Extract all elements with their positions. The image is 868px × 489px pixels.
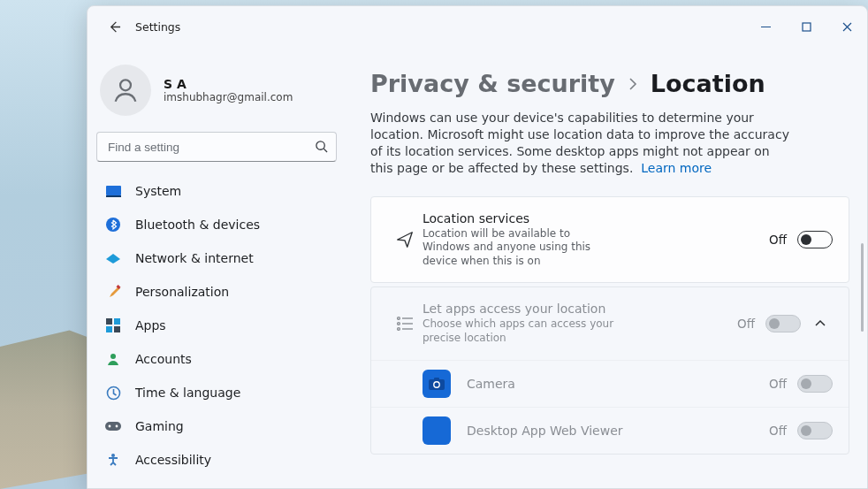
apps-access-sub: Choose which apps can access your precis… [423, 317, 617, 345]
sidebar-item-label: Bluetooth & devices [135, 218, 260, 232]
apps-access-card: Let apps access your location Choose whi… [370, 287, 849, 454]
search-icon [315, 140, 328, 153]
svg-rect-10 [114, 326, 120, 332]
paintbrush-icon [105, 284, 121, 300]
sidebar-item-network[interactable]: Network & internet [95, 241, 339, 275]
sidebar-item-label: Time & language [135, 386, 240, 400]
sidebar-item-label: Apps [135, 318, 166, 332]
apps-icon [105, 317, 121, 333]
breadcrumb: Privacy & security Location [370, 70, 849, 97]
sidebar-item-label: Accessibility [135, 453, 211, 467]
generic-app-icon [423, 416, 451, 445]
camera-app-icon [423, 370, 451, 398]
titlebar: Settings [88, 6, 867, 47]
account-icon [105, 351, 121, 367]
sidebar-item-label: Gaming [135, 419, 184, 433]
main-content: Privacy & security Location Windows can … [346, 47, 867, 488]
desktop-web-viewer-location-toggle [797, 422, 833, 439]
sidebar-item-time-language[interactable]: Time & language [95, 376, 339, 409]
svg-rect-22 [434, 378, 439, 380]
sidebar-item-label: Accounts [135, 352, 192, 366]
window-controls [745, 12, 867, 41]
apps-access-toggle [765, 315, 801, 332]
learn-more-link[interactable]: Learn more [641, 161, 712, 175]
sidebar-item-accounts[interactable]: Accounts [95, 342, 339, 376]
sidebar-item-label: Personalization [135, 285, 229, 299]
app-row-desktop-web-viewer: Desktop App Web Viewer Off [371, 407, 849, 454]
monitor-icon [105, 183, 121, 199]
settings-window: Settings S A imshubhagr@gmail.com [87, 5, 868, 489]
main-scrollbar[interactable] [861, 243, 864, 332]
svg-rect-8 [114, 318, 120, 325]
svg-rect-9 [106, 326, 112, 332]
sidebar-item-apps[interactable]: Apps [95, 309, 339, 342]
sidebar-item-label: System [135, 184, 181, 198]
app-title: Settings [135, 20, 180, 34]
collapse-button[interactable] [808, 319, 833, 328]
search-wrap [96, 132, 337, 162]
svg-point-19 [398, 328, 400, 331]
profile-block[interactable]: S A imshubhagr@gmail.com [95, 47, 339, 132]
sidebar-item-personalization[interactable]: Personalization [95, 275, 339, 309]
apps-access-title: Let apps access your location [423, 302, 727, 316]
close-button[interactable] [826, 12, 867, 41]
profile-name: S A [164, 77, 293, 91]
sidebar-item-accessibility[interactable]: Accessibility [95, 443, 339, 477]
avatar [100, 65, 151, 116]
svg-point-14 [109, 425, 111, 428]
profile-email: imshubhagr@gmail.com [164, 91, 293, 103]
minimize-icon [761, 22, 771, 32]
svg-rect-3 [106, 186, 121, 195]
svg-point-17 [398, 317, 400, 320]
svg-rect-0 [803, 23, 811, 31]
svg-point-1 [120, 80, 131, 90]
page-description: Windows can use your device's capabiliti… [370, 110, 795, 177]
svg-point-2 [316, 141, 324, 149]
sidebar: S A imshubhagr@gmail.com System Bluetoot… [88, 47, 346, 488]
gamepad-icon [105, 418, 121, 434]
wifi-icon [105, 250, 121, 266]
toggle-state-label: Off [769, 233, 787, 247]
sidebar-item-gaming[interactable]: Gaming [95, 409, 339, 443]
nav-list: System Bluetooth & devices Network & int… [95, 174, 339, 481]
close-icon [842, 22, 852, 32]
sidebar-item-system[interactable]: System [95, 174, 339, 208]
clock-globe-icon [105, 385, 121, 401]
sidebar-item-bluetooth[interactable]: Bluetooth & devices [95, 208, 339, 241]
location-services-sub: Location will be available to Windows an… [423, 227, 617, 269]
list-icon [387, 316, 423, 332]
sidebar-item-label: Network & internet [135, 251, 254, 265]
chevron-right-icon [628, 78, 638, 90]
page-title: Location [651, 70, 765, 97]
toggle-state-label: Off [769, 377, 787, 391]
app-row-camera: Camera Off [371, 360, 849, 407]
location-services-card: Location services Location will be avail… [370, 196, 849, 284]
accessibility-icon [105, 452, 121, 468]
toggle-state-label: Off [737, 317, 755, 331]
maximize-button[interactable] [786, 12, 826, 41]
minimize-button[interactable] [745, 12, 786, 41]
svg-rect-20 [429, 379, 445, 390]
back-button[interactable] [98, 11, 130, 42]
app-name-label: Camera [467, 377, 769, 391]
maximize-icon [802, 22, 811, 32]
svg-rect-7 [106, 318, 112, 325]
arrow-left-icon [108, 20, 121, 34]
search-input[interactable] [96, 132, 337, 162]
svg-rect-4 [106, 195, 121, 197]
camera-location-toggle [797, 375, 833, 393]
person-icon [110, 75, 141, 105]
svg-rect-13 [105, 422, 121, 431]
bluetooth-icon [105, 217, 121, 233]
svg-point-18 [398, 323, 400, 325]
toggle-state-label: Off [769, 424, 787, 438]
location-arrow-icon [387, 230, 423, 249]
location-services-title: Location services [423, 211, 758, 225]
breadcrumb-parent[interactable]: Privacy & security [370, 70, 615, 97]
svg-point-11 [110, 354, 116, 359]
app-name-label: Desktop App Web Viewer [467, 424, 769, 438]
svg-point-16 [111, 454, 115, 457]
location-services-toggle[interactable] [797, 231, 833, 248]
svg-point-15 [116, 425, 118, 428]
chevron-up-icon [814, 319, 826, 328]
